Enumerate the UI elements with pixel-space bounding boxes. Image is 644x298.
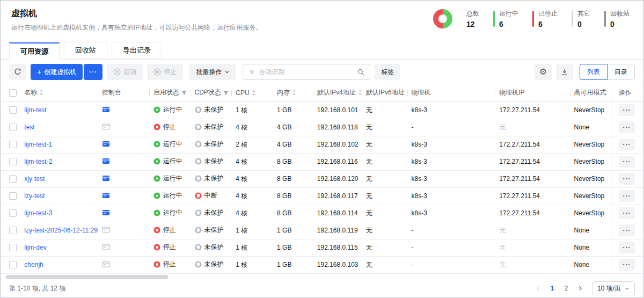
row-actions-button[interactable]: ··· (619, 242, 635, 253)
console-icon[interactable] (102, 228, 110, 235)
previous-page-button[interactable] (533, 282, 544, 294)
sort-icon (358, 89, 362, 96)
tab-1[interactable]: 回收站 (64, 42, 107, 59)
row-actions-button[interactable]: ··· (619, 156, 635, 168)
cpu-value: 4 核 (236, 209, 247, 217)
cdp-status-label: 未保护 (204, 226, 224, 235)
cdp-shield-icon (195, 261, 202, 268)
column-header-2[interactable]: 启用状态 (149, 84, 191, 101)
row-actions-button[interactable]: ··· (619, 173, 635, 185)
vm-name-link[interactable]: lijm-test-2 (24, 158, 52, 165)
search-icon[interactable] (357, 69, 364, 76)
view-catalog-button[interactable]: 目录 (607, 64, 635, 80)
row-actions-button[interactable]: ··· (619, 224, 635, 236)
vm-name-link[interactable]: lijm-dev (24, 244, 46, 251)
stop-button[interactable]: 停止 (147, 64, 183, 80)
ipv6-value: 无 (366, 209, 372, 217)
refresh-button[interactable] (9, 64, 26, 80)
vm-name-link[interactable]: test (24, 123, 34, 131)
ipv4-value: 192.168.0.115 (317, 244, 358, 251)
console-icon[interactable] (102, 107, 110, 115)
host-link[interactable]: k8s-3 (412, 106, 427, 114)
ipv4-value: 192.168.0.117 (317, 192, 358, 200)
column-header-6[interactable]: 默认IPv4地址 (313, 84, 362, 101)
console-icon[interactable] (102, 262, 110, 270)
vm-name-link[interactable]: lijm-test (24, 106, 46, 114)
export-button[interactable] (556, 64, 573, 80)
vm-name-link[interactable]: chenjh (24, 261, 43, 268)
host-link: - (412, 123, 414, 131)
column-settings-button[interactable]: ⚙ (535, 64, 552, 80)
column-header-4[interactable]: CPU (231, 84, 273, 101)
search-input[interactable] (259, 68, 354, 76)
vm-name-link[interactable]: xjy-test (24, 175, 45, 183)
stat-color-bar (572, 11, 573, 27)
power-status-icon (153, 123, 160, 130)
ipv6-value: 无 (366, 261, 372, 268)
row-checkbox[interactable] (9, 123, 17, 131)
power-status-label: 运行中 (163, 174, 182, 183)
row-checkbox[interactable] (9, 244, 17, 251)
row-checkbox[interactable] (9, 209, 17, 217)
stat-label: 总数 (466, 9, 479, 18)
row-checkbox[interactable] (9, 261, 17, 268)
pagination: 12 10 项/页 (533, 281, 635, 295)
row-checkbox[interactable] (9, 192, 17, 200)
cpu-value: 4 核 (236, 123, 247, 131)
cdp-status-label: 未保护 (204, 122, 224, 132)
console-icon[interactable] (102, 176, 110, 184)
power-status-label: 运行中 (163, 105, 182, 114)
row-checkbox[interactable] (9, 141, 17, 148)
column-header-5[interactable]: 内存 (273, 84, 313, 101)
console-icon[interactable] (102, 142, 110, 149)
vm-name-link[interactable]: lzy-test (24, 192, 45, 200)
ipv4-value: 192.168.0.120 (317, 175, 358, 183)
row-actions-button[interactable]: ··· (619, 259, 635, 271)
console-icon[interactable] (102, 125, 110, 132)
start-button[interactable]: 启动 (107, 64, 143, 80)
row-actions-button[interactable]: ··· (619, 121, 635, 133)
column-header-0[interactable]: 名称 (20, 84, 97, 101)
row-checkbox[interactable] (9, 106, 17, 114)
create-more-button[interactable]: ··· (84, 64, 103, 80)
create-vm-button[interactable]: + 创建虚拟机 (31, 64, 83, 80)
page-number-1[interactable]: 1 (547, 282, 558, 294)
console-icon[interactable] (102, 245, 110, 252)
row-checkbox[interactable] (9, 227, 17, 234)
view-list-button[interactable]: 列表 (580, 64, 608, 80)
console-icon[interactable] (102, 159, 110, 166)
tab-0[interactable]: 可用资源 (9, 42, 60, 60)
cdp-shield-icon (195, 192, 202, 199)
page-size-select[interactable]: 10 项/页 (592, 281, 635, 295)
memory-value: 1 GB (277, 244, 291, 251)
row-actions-button[interactable]: ··· (619, 190, 635, 202)
column-header-3[interactable]: CDP状态 (191, 84, 232, 101)
vm-name-link[interactable]: lijm-test-3 (24, 209, 52, 217)
host-link[interactable]: k8s-3 (412, 141, 427, 148)
page-number-2[interactable]: 2 (561, 282, 572, 294)
row-actions-button[interactable]: ··· (619, 104, 635, 116)
vm-name-link[interactable]: lzy-test-2025-06-12-11:29:00 (24, 227, 97, 234)
power-status-badge: 运行中 (153, 208, 182, 217)
table-footer: 第 1-10 项, 共 12 项 12 10 项/页 (1, 280, 643, 297)
host-link[interactable]: k8s-3 (412, 209, 427, 217)
row-actions-button[interactable]: ··· (619, 207, 635, 219)
next-page-button[interactable] (575, 282, 586, 294)
horizontal-scrollbar-thumb[interactable] (6, 275, 168, 279)
stat-value: 6 (538, 20, 558, 28)
row-actions-button[interactable]: ··· (619, 139, 635, 150)
select-all-checkbox[interactable] (9, 89, 17, 97)
stat-item: 其它 0 (572, 9, 590, 28)
host-link[interactable]: k8s-3 (412, 175, 427, 183)
host-link[interactable]: k8s-3 (412, 192, 427, 200)
row-checkbox[interactable] (9, 175, 17, 183)
console-icon[interactable] (102, 193, 110, 201)
vm-name-link[interactable]: lijm-test-1 (24, 141, 52, 148)
tab-2[interactable]: 导出记录 (112, 42, 162, 59)
row-checkbox[interactable] (9, 158, 17, 165)
tag-button[interactable]: 标签 (375, 64, 400, 80)
console-icon[interactable] (102, 210, 110, 218)
host-link[interactable]: k8s-3 (412, 158, 427, 165)
ipv6-value: 无 (366, 141, 372, 148)
batch-actions-button[interactable]: 批量操作 (189, 64, 236, 80)
